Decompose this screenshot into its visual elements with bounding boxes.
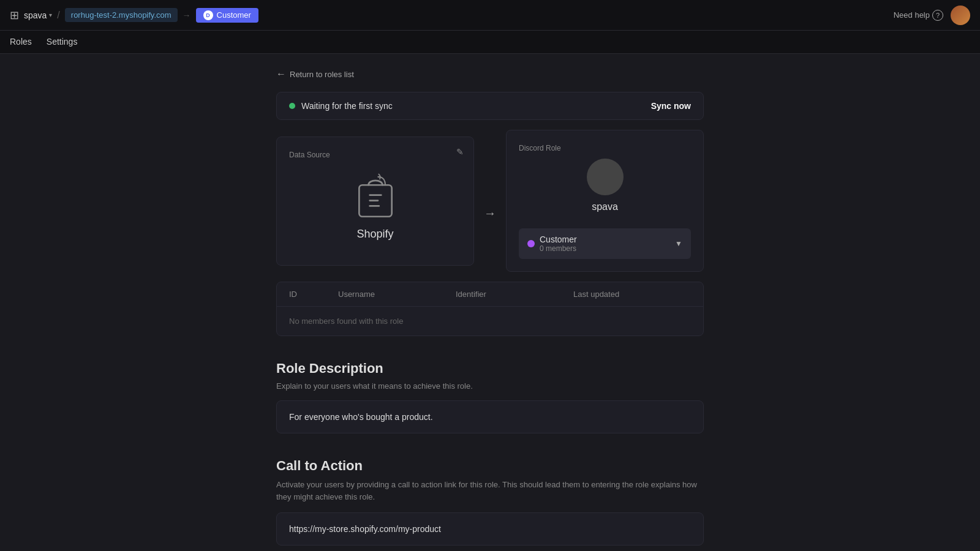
help-icon: ? [932, 10, 943, 21]
back-link-label: Return to roles list [290, 70, 354, 79]
svg-rect-1 [369, 194, 382, 196]
need-help-link[interactable]: Need help ? [894, 10, 943, 21]
main-content: ← Return to roles list Waiting for the f… [266, 54, 714, 551]
sync-status-dot [289, 103, 295, 109]
workspace-caret: ▾ [49, 12, 52, 18]
need-help-text: Need help [894, 10, 930, 20]
sub-nav: Roles Settings [0, 31, 980, 54]
role-selector[interactable]: Customer 0 members ▼ [519, 228, 691, 259]
cta-title: Call to Action [276, 458, 704, 474]
sync-status-text: Waiting for the first sync [301, 101, 393, 111]
role-description-title: Role Description [276, 361, 704, 377]
cta-value[interactable]: https://my-store.shopify.com/my-product [276, 512, 704, 545]
role-description-section: Role Description Explain to your users w… [276, 361, 704, 433]
top-nav-right: Need help ? [894, 6, 970, 25]
svg-rect-3 [369, 205, 380, 207]
table-header: ID Username Identifier Last updated [277, 282, 703, 307]
role-selector-left: Customer 0 members [527, 234, 577, 253]
nav-item-roles[interactable]: Roles [10, 32, 32, 53]
table-empty-message: No members found with this role [277, 307, 703, 335]
user-avatar[interactable] [951, 6, 970, 25]
breadcrumb-arrow: → [183, 10, 191, 20]
arrow-connector: → [474, 206, 506, 220]
data-source-label: Data Source [289, 151, 330, 159]
shopify-logo-container: Shopify [289, 159, 461, 253]
role-description-subtitle: Explain to your users what it means to a… [276, 381, 704, 391]
top-nav-left: ⊞ spava ▾ / rorhug-test-2.myshopify.com … [10, 8, 258, 23]
back-link[interactable]: ← Return to roles list [276, 69, 704, 80]
role-name: Customer [540, 234, 577, 244]
sync-bar-left: Waiting for the first sync [289, 101, 393, 111]
back-arrow-icon: ← [276, 69, 286, 80]
col-last-updated: Last updated [573, 290, 691, 299]
col-id: ID [289, 290, 338, 299]
cards-row: Data Source ✎ Shopify → Discord Role [276, 130, 704, 272]
nav-separator-1: / [57, 10, 59, 21]
cta-subtitle: Activate your users by providing a call … [276, 479, 704, 503]
call-to-action-section: Call to Action Activate your users by pr… [276, 458, 704, 545]
grid-icon[interactable]: ⊞ [10, 9, 19, 22]
role-chevron-icon: ▼ [675, 239, 682, 248]
svg-rect-2 [369, 200, 379, 201]
data-source-card: Data Source ✎ Shopify [276, 137, 474, 266]
nav-item-settings[interactable]: Settings [47, 32, 78, 53]
sync-now-button[interactable]: Sync now [651, 101, 691, 111]
breadcrumb-role-label: Customer [217, 10, 251, 20]
col-username: Username [338, 290, 456, 299]
discord-role-card: Discord Role spava Customer 0 members ▼ [506, 130, 704, 272]
workspace-selector[interactable]: spava ▾ [24, 10, 52, 20]
role-info: Customer 0 members [540, 234, 577, 253]
sync-bar: Waiting for the first sync Sync now [276, 92, 704, 120]
shopify-bag-icon [351, 171, 400, 220]
col-identifier: Identifier [456, 290, 573, 299]
role-description-value[interactable]: For everyone who's bought a product. [276, 400, 704, 433]
discord-server-name: spava [592, 201, 618, 212]
edit-icon[interactable]: ✎ [456, 147, 464, 157]
members-table: ID Username Identifier Last updated No m… [276, 282, 704, 336]
role-members-count: 0 members [540, 244, 577, 253]
top-nav: ⊞ spava ▾ / rorhug-test-2.myshopify.com … [0, 0, 980, 31]
discord-role-label: Discord Role [519, 144, 561, 152]
discord-icon: D [203, 10, 213, 20]
discord-server-icon [587, 159, 624, 195]
breadcrumb-role[interactable]: D Customer [196, 8, 258, 23]
workspace-name: spava [24, 10, 47, 20]
shopify-label: Shopify [356, 228, 393, 241]
discord-server-area: spava [519, 152, 691, 219]
breadcrumb-shop[interactable]: rorhug-test-2.myshopify.com [65, 8, 178, 22]
role-color-dot [527, 240, 535, 247]
